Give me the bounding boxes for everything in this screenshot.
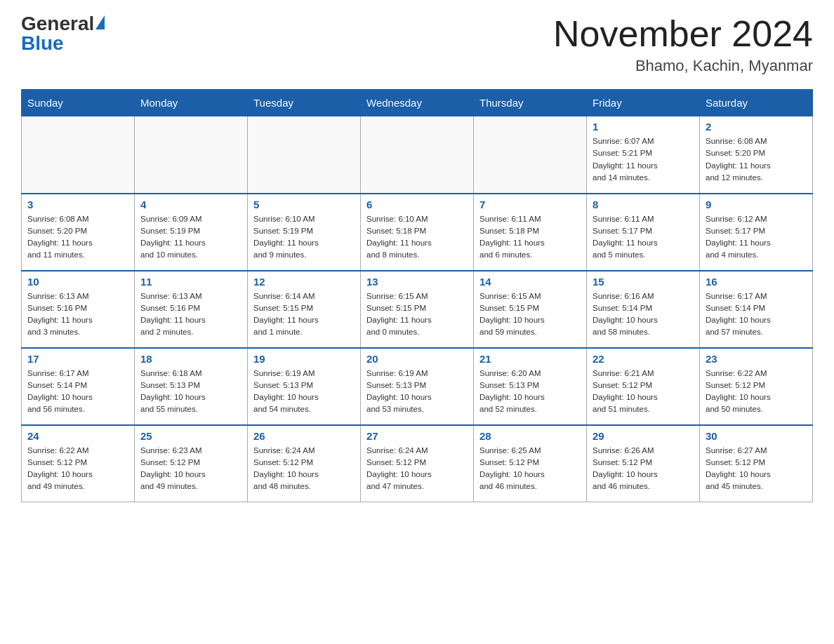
day-info: Sunrise: 6:24 AM Sunset: 5:12 PM Dayligh…: [366, 445, 468, 493]
calendar-day-cell: 2Sunrise: 6:08 AM Sunset: 5:20 PM Daylig…: [700, 116, 813, 194]
calendar-day-cell: 24Sunrise: 6:22 AM Sunset: 5:12 PM Dayli…: [22, 425, 135, 502]
day-info: Sunrise: 6:23 AM Sunset: 5:12 PM Dayligh…: [140, 445, 241, 493]
day-number: 4: [140, 199, 241, 210]
day-number: 23: [706, 353, 807, 365]
day-number: 14: [479, 276, 581, 288]
calendar-day-cell: [474, 116, 587, 194]
day-info: Sunrise: 6:15 AM Sunset: 5:15 PM Dayligh…: [366, 290, 468, 339]
day-info: Sunrise: 6:09 AM Sunset: 5:19 PM Dayligh…: [140, 213, 241, 262]
calendar-day-cell: 9Sunrise: 6:12 AM Sunset: 5:17 PM Daylig…: [700, 194, 813, 271]
calendar-table: SundayMondayTuesdayWednesdayThursdayFrid…: [21, 89, 813, 502]
day-number: 11: [140, 276, 241, 288]
day-info: Sunrise: 6:07 AM Sunset: 5:21 PM Dayligh…: [593, 135, 694, 184]
weekday-header-thursday: Thursday: [474, 90, 587, 116]
day-number: 26: [253, 430, 355, 442]
day-number: 5: [253, 199, 355, 210]
day-number: 8: [593, 199, 694, 210]
calendar-day-cell: 16Sunrise: 6:17 AM Sunset: 5:14 PM Dayli…: [700, 271, 813, 348]
calendar-day-cell: [361, 116, 474, 194]
calendar-week-row: 10Sunrise: 6:13 AM Sunset: 5:16 PM Dayli…: [22, 271, 813, 348]
day-info: Sunrise: 6:18 AM Sunset: 5:13 PM Dayligh…: [140, 368, 241, 416]
day-info: Sunrise: 6:10 AM Sunset: 5:19 PM Dayligh…: [253, 213, 355, 262]
day-number: 2: [706, 121, 807, 133]
day-number: 20: [366, 353, 468, 365]
day-info: Sunrise: 6:26 AM Sunset: 5:12 PM Dayligh…: [593, 445, 694, 493]
weekday-header-friday: Friday: [587, 90, 700, 116]
day-info: Sunrise: 6:19 AM Sunset: 5:13 PM Dayligh…: [366, 368, 468, 416]
day-number: 13: [366, 276, 468, 288]
day-number: 18: [140, 353, 241, 365]
weekday-header-wednesday: Wednesday: [361, 90, 474, 116]
calendar-day-cell: 6Sunrise: 6:10 AM Sunset: 5:18 PM Daylig…: [361, 194, 474, 271]
day-info: Sunrise: 6:17 AM Sunset: 5:14 PM Dayligh…: [27, 368, 128, 416]
calendar-week-row: 24Sunrise: 6:22 AM Sunset: 5:12 PM Dayli…: [22, 425, 813, 502]
day-number: 27: [366, 430, 468, 442]
calendar-day-cell: 14Sunrise: 6:15 AM Sunset: 5:15 PM Dayli…: [474, 271, 587, 348]
day-info: Sunrise: 6:11 AM Sunset: 5:17 PM Dayligh…: [593, 213, 694, 262]
day-number: 16: [706, 276, 807, 288]
calendar-day-cell: 11Sunrise: 6:13 AM Sunset: 5:16 PM Dayli…: [135, 271, 248, 348]
calendar-day-cell: 23Sunrise: 6:22 AM Sunset: 5:12 PM Dayli…: [700, 348, 813, 425]
day-info: Sunrise: 6:14 AM Sunset: 5:15 PM Dayligh…: [253, 290, 355, 339]
calendar-day-cell: 20Sunrise: 6:19 AM Sunset: 5:13 PM Dayli…: [361, 348, 474, 425]
calendar-day-cell: 4Sunrise: 6:09 AM Sunset: 5:19 PM Daylig…: [135, 194, 248, 271]
day-number: 25: [140, 430, 241, 442]
calendar-day-cell: 27Sunrise: 6:24 AM Sunset: 5:12 PM Dayli…: [361, 425, 474, 502]
calendar-day-cell: 13Sunrise: 6:15 AM Sunset: 5:15 PM Dayli…: [361, 271, 474, 348]
calendar-day-cell: 18Sunrise: 6:18 AM Sunset: 5:13 PM Dayli…: [135, 348, 248, 425]
logo: General Blue: [21, 14, 105, 53]
calendar-day-cell: 19Sunrise: 6:19 AM Sunset: 5:13 PM Dayli…: [248, 348, 361, 425]
calendar-day-cell: 26Sunrise: 6:24 AM Sunset: 5:12 PM Dayli…: [248, 425, 361, 502]
calendar-day-cell: 12Sunrise: 6:14 AM Sunset: 5:15 PM Dayli…: [248, 271, 361, 348]
day-number: 21: [479, 353, 581, 365]
day-info: Sunrise: 6:11 AM Sunset: 5:18 PM Dayligh…: [479, 213, 581, 262]
day-info: Sunrise: 6:22 AM Sunset: 5:12 PM Dayligh…: [706, 368, 807, 416]
calendar-day-cell: 29Sunrise: 6:26 AM Sunset: 5:12 PM Dayli…: [587, 425, 700, 502]
day-number: 9: [706, 199, 807, 210]
day-info: Sunrise: 6:13 AM Sunset: 5:16 PM Dayligh…: [140, 290, 241, 339]
day-number: 10: [27, 276, 128, 288]
day-number: 30: [706, 430, 807, 442]
day-info: Sunrise: 6:13 AM Sunset: 5:16 PM Dayligh…: [27, 290, 128, 339]
day-number: 19: [253, 353, 355, 365]
weekday-header-tuesday: Tuesday: [248, 90, 361, 116]
day-number: 28: [479, 430, 581, 442]
day-info: Sunrise: 6:08 AM Sunset: 5:20 PM Dayligh…: [27, 213, 128, 262]
day-number: 24: [27, 430, 128, 442]
day-info: Sunrise: 6:24 AM Sunset: 5:12 PM Dayligh…: [253, 445, 355, 493]
calendar-day-cell: 30Sunrise: 6:27 AM Sunset: 5:12 PM Dayli…: [700, 425, 813, 502]
calendar-day-cell: 17Sunrise: 6:17 AM Sunset: 5:14 PM Dayli…: [22, 348, 135, 425]
day-info: Sunrise: 6:16 AM Sunset: 5:14 PM Dayligh…: [593, 290, 694, 339]
calendar-day-cell: 10Sunrise: 6:13 AM Sunset: 5:16 PM Dayli…: [22, 271, 135, 348]
calendar-day-cell: 1Sunrise: 6:07 AM Sunset: 5:21 PM Daylig…: [587, 116, 700, 194]
day-info: Sunrise: 6:22 AM Sunset: 5:12 PM Dayligh…: [27, 445, 128, 493]
day-info: Sunrise: 6:27 AM Sunset: 5:12 PM Dayligh…: [706, 445, 807, 493]
calendar-day-cell: [22, 116, 135, 194]
day-number: 29: [593, 430, 694, 442]
logo-general-text: General: [21, 14, 94, 34]
calendar-week-row: 3Sunrise: 6:08 AM Sunset: 5:20 PM Daylig…: [22, 194, 813, 271]
day-info: Sunrise: 6:10 AM Sunset: 5:18 PM Dayligh…: [366, 213, 468, 262]
calendar-week-row: 17Sunrise: 6:17 AM Sunset: 5:14 PM Dayli…: [22, 348, 813, 425]
day-info: Sunrise: 6:19 AM Sunset: 5:13 PM Dayligh…: [253, 368, 355, 416]
weekday-header-monday: Monday: [135, 90, 248, 116]
calendar-day-cell: 25Sunrise: 6:23 AM Sunset: 5:12 PM Dayli…: [135, 425, 248, 502]
day-number: 3: [27, 199, 128, 210]
calendar-day-cell: [135, 116, 248, 194]
day-number: 1: [593, 121, 694, 133]
calendar-day-cell: 28Sunrise: 6:25 AM Sunset: 5:12 PM Dayli…: [474, 425, 587, 502]
weekday-header-saturday: Saturday: [700, 90, 813, 116]
day-info: Sunrise: 6:25 AM Sunset: 5:12 PM Dayligh…: [479, 445, 581, 493]
day-info: Sunrise: 6:08 AM Sunset: 5:20 PM Dayligh…: [706, 135, 807, 184]
day-info: Sunrise: 6:20 AM Sunset: 5:13 PM Dayligh…: [479, 368, 581, 416]
weekday-header-row: SundayMondayTuesdayWednesdayThursdayFrid…: [22, 90, 813, 116]
calendar-day-cell: [248, 116, 361, 194]
calendar-day-cell: 8Sunrise: 6:11 AM Sunset: 5:17 PM Daylig…: [587, 194, 700, 271]
day-number: 7: [479, 199, 581, 210]
title-block: November 2024 Bhamo, Kachin, Myanmar: [553, 14, 813, 75]
page-header: General Blue November 2024 Bhamo, Kachin…: [21, 14, 813, 75]
day-info: Sunrise: 6:15 AM Sunset: 5:15 PM Dayligh…: [479, 290, 581, 339]
calendar-day-cell: 22Sunrise: 6:21 AM Sunset: 5:12 PM Dayli…: [587, 348, 700, 425]
logo-blue-text: Blue: [21, 34, 64, 53]
day-number: 6: [366, 199, 468, 210]
